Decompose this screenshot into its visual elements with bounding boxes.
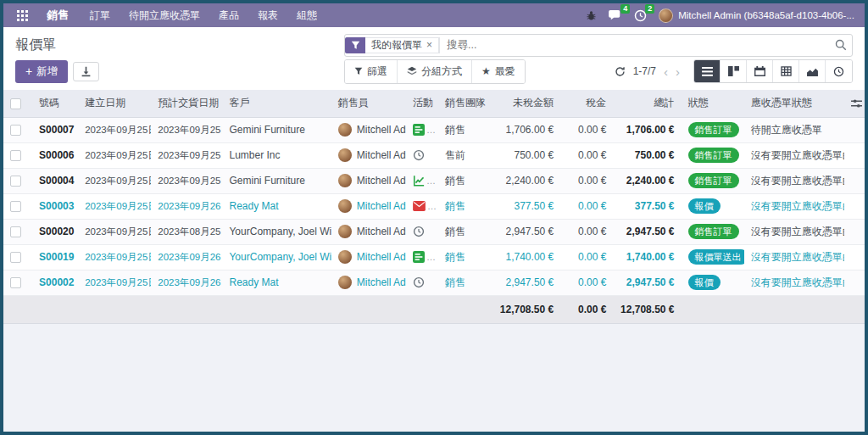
cell-activity[interactable]: … — [406, 244, 438, 270]
filters-button[interactable]: 篩選 — [345, 60, 398, 83]
search-facet[interactable]: 我的報價單 × — [345, 37, 440, 53]
row-checkbox[interactable] — [10, 176, 21, 187]
cell-activity[interactable]: … — [406, 117, 438, 142]
row-checkbox[interactable] — [10, 226, 21, 237]
quotation-row[interactable]: S00003 2023年09月25日 2023年09月26日 Ready Mat… — [3, 193, 865, 219]
quotation-row[interactable]: S00020 2023年09月25日 2023年08月25日 YourCompa… — [3, 219, 865, 244]
cell-salesperson: Mitchell Admin — [331, 142, 406, 168]
cell-sales-team: 銷售 — [438, 168, 486, 193]
salesperson-avatar — [338, 225, 352, 238]
cell-activity[interactable]: … — [406, 193, 438, 219]
bug-icon[interactable] — [586, 10, 597, 21]
cell-salesperson: Mitchell Admin — [331, 168, 406, 193]
new-button[interactable]: + 新增 — [15, 60, 68, 83]
clock-activity-icon[interactable] — [413, 226, 425, 237]
header-created[interactable]: 建立日期 — [78, 90, 151, 117]
view-switcher — [693, 59, 853, 83]
header-number[interactable]: 號碼 — [32, 90, 78, 117]
cell-activity[interactable] — [406, 219, 438, 244]
header-salesperson[interactable]: 銷售員 — [331, 90, 406, 117]
apps-grid-icon[interactable] — [14, 10, 35, 21]
view-list-button[interactable] — [694, 60, 721, 82]
cell-created-date: 2023年09月25日 — [78, 117, 151, 142]
activity-more-ellipsis: … — [427, 201, 437, 211]
row-checkbox[interactable] — [10, 277, 21, 288]
header-activity[interactable]: 活動 — [406, 90, 438, 117]
clock-activity-icon[interactable] — [413, 276, 425, 288]
menu-item[interactable]: 待開立應收憑單 — [120, 8, 209, 23]
cell-sales-team: 銷售 — [438, 193, 486, 219]
facet-body: 我的報價單 × — [365, 37, 439, 53]
view-graph-button[interactable] — [799, 60, 826, 82]
header-total[interactable]: 總計 — [613, 90, 681, 117]
cell-tax: 0.00 € — [560, 117, 613, 142]
header-untaxed[interactable]: 未稅金額 — [486, 90, 560, 117]
cell-invoice-status: 沒有要開立應收憑單的 — [744, 219, 844, 244]
messages-icon[interactable]: 4 — [609, 9, 622, 21]
menu-item[interactable]: 訂單 — [81, 8, 120, 23]
filter-funnel-icon — [345, 37, 365, 53]
menu-item[interactable]: 組態 — [287, 8, 326, 23]
view-pivot-button[interactable] — [773, 60, 799, 82]
clock-activity-icon[interactable] — [413, 149, 425, 161]
todo-list-activity-icon[interactable] — [413, 251, 425, 263]
view-calendar-button[interactable] — [747, 60, 773, 82]
cell-created-date: 2023年09月25日 — [78, 168, 151, 193]
cell-delivery-date: 2023年09月25日 — [151, 168, 222, 193]
app-menu: 訂單 待開立應收憑單 產品 報表 組態 — [81, 8, 326, 23]
cell-activity[interactable] — [406, 270, 438, 295]
cell-number: S00020 — [32, 219, 78, 244]
refresh-icon[interactable] — [615, 66, 626, 77]
quotation-row[interactable]: S00006 2023年09月25日 2023年09月25日 Lumber In… — [3, 142, 865, 168]
cell-status: 報價 — [682, 270, 744, 295]
export-download-button[interactable] — [73, 62, 99, 81]
cell-trailing — [844, 142, 865, 168]
cell-activity[interactable] — [406, 142, 438, 168]
header-optional-columns[interactable] — [844, 90, 865, 117]
pager-value[interactable]: 1-7/7 — [633, 65, 656, 77]
quotation-row[interactable]: S00004 2023年09月25日 2023年09月25日 Gemini Fu… — [3, 168, 865, 193]
view-activity-button[interactable] — [826, 60, 852, 82]
quotation-row[interactable]: S00019 2023年09月25日 2023年09月26日 YourCompa… — [3, 244, 865, 270]
header-invoice-status[interactable]: 應收憑單狀態 — [744, 90, 844, 117]
pager-prev-icon[interactable]: ‹ — [664, 65, 668, 78]
todo-list-activity-icon[interactable] — [413, 124, 425, 136]
select-all-checkbox[interactable] — [10, 98, 21, 109]
header-tax[interactable]: 稅金 — [560, 90, 613, 117]
header-team[interactable]: 銷售團隊 — [438, 90, 486, 117]
quotation-row[interactable]: S00002 2023年09月25日 2023年09月26日 Ready Mat… — [3, 270, 865, 295]
cell-customer: YourCompany, Joel Willis — [222, 244, 331, 270]
activities-clock-icon[interactable]: 2 — [634, 9, 647, 22]
header-select-all[interactable] — [3, 90, 32, 117]
row-checkbox[interactable] — [10, 125, 21, 136]
search-input[interactable] — [440, 39, 835, 51]
chart-activity-icon[interactable] — [413, 175, 425, 187]
menu-item[interactable]: 產品 — [209, 8, 248, 23]
header-customer[interactable]: 客戶 — [222, 90, 331, 117]
app-name[interactable]: 銷售 — [38, 8, 77, 23]
cell-created-date: 2023年09月25日 — [78, 244, 151, 270]
facet-remove-icon[interactable]: × — [426, 39, 432, 51]
quotation-row[interactable]: S00007 2023年09月25日 2023年09月25日 Gemini Fu… — [3, 117, 865, 142]
groupby-button[interactable]: 分組方式 — [398, 60, 472, 83]
favorites-button[interactable]: ★ 最愛 — [472, 60, 525, 83]
menu-item[interactable]: 報表 — [248, 8, 287, 23]
table-header-row: 號碼 建立日期 預計交貨日期 客戶 銷售員 活動 銷售團隊 未稅金額 稅金 總計… — [3, 90, 865, 117]
row-checkbox[interactable] — [10, 201, 21, 212]
new-button-label: 新增 — [36, 64, 58, 79]
groupby-label: 分組方式 — [421, 64, 462, 79]
envelope-activity-icon[interactable] — [413, 201, 426, 211]
row-checkbox[interactable] — [10, 150, 21, 161]
user-menu[interactable]: Mitchell Admin (b6348a5af-d103-4b06-... — [659, 8, 854, 23]
view-kanban-button[interactable] — [721, 60, 747, 82]
header-status[interactable]: 狀態 — [682, 90, 744, 117]
cell-activity[interactable]: … — [406, 168, 438, 193]
cell-status: 銷售訂單 — [682, 168, 744, 193]
cell-invoice-status: 沒有要開立應收憑單的 — [744, 168, 844, 193]
row-checkbox[interactable] — [10, 252, 21, 263]
header-delivery[interactable]: 預計交貨日期 — [151, 90, 222, 117]
search-icon[interactable] — [835, 39, 847, 51]
activities-count-badge: 2 — [645, 4, 654, 14]
pager-next-icon[interactable]: › — [676, 65, 680, 78]
salesperson-name: Mitchell Admin — [357, 200, 406, 212]
